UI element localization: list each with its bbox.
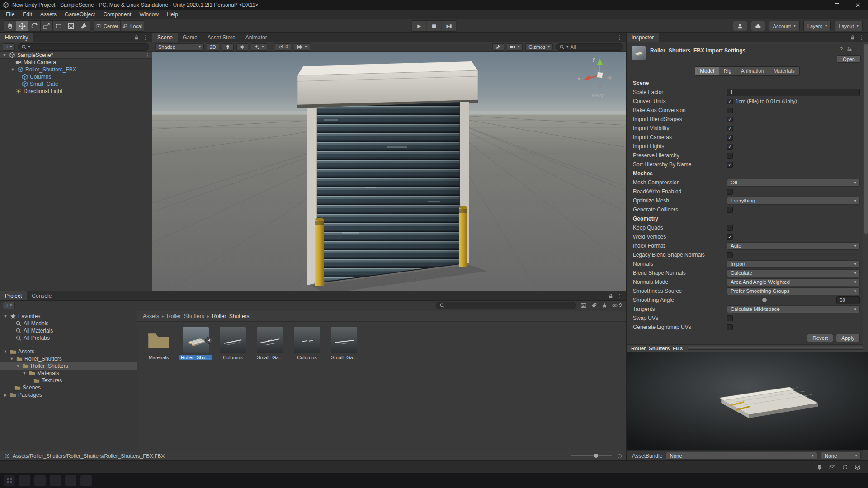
tab-scene[interactable]: Scene xyxy=(152,33,178,42)
scene-audio-toggle[interactable] xyxy=(236,43,248,51)
tree-roller-shutters-inner[interactable]: ▼ Roller_Shutters xyxy=(0,362,137,370)
tree-assets[interactable]: ▼ Assets xyxy=(0,348,137,355)
pivot-toggle-button[interactable]: Center xyxy=(94,21,121,31)
space-toggle-button[interactable]: Local xyxy=(121,21,144,31)
transform-tool-button[interactable] xyxy=(65,21,77,31)
tab-animator[interactable]: Animator xyxy=(241,33,272,42)
preview-header[interactable]: Roller_Shutters_FBX xyxy=(627,344,868,352)
menu-assets[interactable]: Assets xyxy=(36,10,61,19)
play-button[interactable]: ▶ xyxy=(412,21,427,31)
dropdown[interactable]: Prefer Smoothing Groups▾ xyxy=(727,287,860,295)
help-icon[interactable]: ? xyxy=(840,47,843,52)
tree-materials[interactable]: ▼ Materials xyxy=(0,370,137,377)
cloud-button[interactable] xyxy=(751,21,765,31)
checkbox[interactable] xyxy=(727,135,733,141)
tab-inspector[interactable]: Inspector xyxy=(627,33,659,42)
checkbox[interactable] xyxy=(727,144,733,150)
dropdown[interactable]: Calculate▾ xyxy=(727,269,860,277)
checkbox[interactable] xyxy=(727,108,733,113)
asset-item-roller-shutters-fbx[interactable]: ◀ Roller_Shut... xyxy=(181,327,211,360)
status-ok-icon[interactable] xyxy=(854,464,861,470)
assetbundle-variant-dropdown[interactable]: None▾ xyxy=(821,452,861,460)
scene-effects-dropdown[interactable]: ▾ xyxy=(251,43,267,51)
dropdown[interactable]: Off▾ xyxy=(727,179,860,187)
asset-item-columns-2[interactable]: Columns xyxy=(292,327,322,360)
breadcrumb-current[interactable]: Roller_Shutters xyxy=(212,313,250,319)
breadcrumb-roller-shutters[interactable]: Roller_Shutters xyxy=(167,313,204,319)
message-icon[interactable] xyxy=(829,464,835,470)
layout-dropdown[interactable]: Layout▾ xyxy=(835,21,863,31)
hierarchy-search-input[interactable]: ▾ xyxy=(18,43,149,51)
tree-all-materials[interactable]: All Materials xyxy=(0,327,137,334)
hierarchy-item-small-gate[interactable]: Small_Gate xyxy=(0,80,152,88)
menu-file[interactable]: File xyxy=(2,10,19,19)
tab-asset-store[interactable]: Asset Store xyxy=(203,33,241,42)
tab-hierarchy[interactable]: Hierarchy xyxy=(0,33,33,42)
apply-button[interactable]: Apply xyxy=(836,334,860,342)
scene-visibility-toggle[interactable]: 0 xyxy=(275,43,292,51)
taskbar-icon[interactable] xyxy=(50,475,61,486)
assetbundle-dropdown[interactable]: None▾ xyxy=(666,452,817,460)
presets-icon[interactable] xyxy=(847,47,852,52)
pause-button[interactable]: ▮▮ xyxy=(427,21,442,31)
tree-all-models[interactable]: All Models xyxy=(0,320,137,327)
dropdown[interactable]: Area And Angle Weighted▾ xyxy=(727,278,860,286)
lock-icon[interactable] xyxy=(608,293,613,299)
hierarchy-item-main-camera[interactable]: Main Camera xyxy=(0,59,152,66)
thumbnail-zoom-slider[interactable] xyxy=(571,453,612,459)
rotate-tool-button[interactable] xyxy=(28,21,41,31)
preview-toggle-button[interactable] xyxy=(618,454,622,458)
breadcrumb-assets[interactable]: Assets xyxy=(143,313,159,319)
slider-thumb[interactable] xyxy=(762,298,767,302)
scale-factor-field[interactable]: 1 xyxy=(727,89,860,96)
kebab-menu-icon[interactable]: ⋮ xyxy=(856,46,862,52)
revert-button[interactable]: Revert xyxy=(807,334,833,342)
dropdown[interactable]: Import▾ xyxy=(727,260,860,268)
foldout-icon[interactable]: ▼ xyxy=(3,314,8,319)
tree-roller-shutters[interactable]: ▼ Roller_Shutters xyxy=(0,355,137,362)
scale-tool-button[interactable] xyxy=(41,21,53,31)
menu-help[interactable]: Help xyxy=(163,10,182,19)
scrollbar-thumb[interactable] xyxy=(864,44,868,234)
tool-settings-button[interactable] xyxy=(492,43,504,51)
tree-all-prefabs[interactable]: All Prefabs xyxy=(0,334,137,342)
taskbar-icon[interactable] xyxy=(80,475,92,486)
collab-button[interactable] xyxy=(733,21,747,31)
asset-item-small-gate-2[interactable]: Small_Ga... xyxy=(329,327,359,360)
taskbar-icon[interactable] xyxy=(34,475,46,486)
kebab-menu-icon[interactable]: ⋮ xyxy=(143,34,148,41)
2d-toggle-button[interactable]: 2D xyxy=(207,43,219,51)
foldout-icon[interactable]: ▼ xyxy=(10,67,15,72)
slider-thumb[interactable] xyxy=(594,454,598,458)
checkbox[interactable] xyxy=(727,252,733,258)
foldout-icon[interactable]: ▼ xyxy=(2,53,7,57)
close-button[interactable] xyxy=(847,0,868,10)
create-object-button[interactable]: +▾ xyxy=(3,43,15,51)
move-tool-button[interactable] xyxy=(16,21,28,31)
checkbox[interactable] xyxy=(727,117,733,122)
hand-tool-button[interactable] xyxy=(4,21,16,31)
lock-icon[interactable] xyxy=(850,35,855,40)
menu-component[interactable]: Component xyxy=(99,10,135,19)
save-search-star-icon[interactable] xyxy=(601,302,608,309)
menu-window[interactable]: Window xyxy=(135,10,163,19)
checkbox[interactable] xyxy=(727,207,733,213)
hidden-packages-toggle[interactable]: 9 xyxy=(612,302,622,309)
tree-favorites[interactable]: ▼ Favorites xyxy=(0,313,137,320)
layers-dropdown[interactable]: Layers▾ xyxy=(803,21,831,31)
gizmos-dropdown[interactable]: Gizmos▾ xyxy=(525,43,553,51)
mute-notifications-icon[interactable] xyxy=(816,464,823,470)
kebab-menu-icon[interactable]: ⋮ xyxy=(145,52,150,58)
smoothing-angle-slider[interactable] xyxy=(727,297,834,303)
hierarchy-scene-row[interactable]: ▼ SampleScene* ⋮ xyxy=(0,52,152,59)
search-by-type-icon[interactable] xyxy=(580,302,587,309)
asset-item-materials[interactable]: Materials xyxy=(144,327,174,360)
project-search-input[interactable] xyxy=(436,302,576,309)
smoothing-angle-field[interactable]: 60 xyxy=(836,296,860,304)
checkbox[interactable] xyxy=(727,324,733,330)
search-by-label-icon[interactable] xyxy=(591,302,597,309)
checkbox[interactable] xyxy=(727,225,733,231)
tree-packages[interactable]: ▶ Packages xyxy=(0,391,137,399)
checkbox[interactable] xyxy=(727,153,733,159)
foldout-icon[interactable]: ▶ xyxy=(3,393,8,397)
